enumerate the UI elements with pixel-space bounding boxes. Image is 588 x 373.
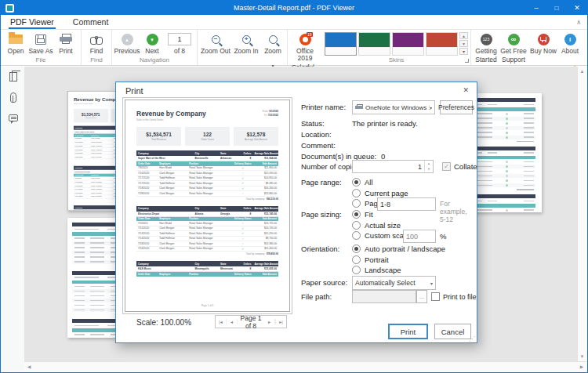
range-all-radio[interactable]: All	[352, 178, 373, 186]
page-range-label: Page range:	[301, 178, 342, 186]
zoom-dropdown-button[interactable]: Zoom	[261, 31, 285, 71]
comments-panel-button[interactable]	[2, 107, 24, 128]
pages-input[interactable]	[377, 197, 436, 211]
dialog-launcher-icon[interactable]	[465, 59, 469, 63]
location-label: Location:	[301, 130, 332, 139]
next-button[interactable]: Next	[140, 31, 165, 55]
employee-cell: Clark Morgan	[90, 156, 113, 158]
vertical-scrollbar[interactable]	[577, 67, 586, 361]
sale-amount-cell: $8,285.00	[257, 182, 278, 185]
employee-cell: Harv Mudd	[90, 137, 113, 139]
collapse-ribbon-button[interactable]	[576, 19, 581, 26]
scroll-right-icon[interactable]	[577, 362, 586, 371]
range-current-radio[interactable]: Current page	[352, 189, 408, 197]
position-cell: Retail Sales Manager	[187, 182, 228, 185]
sizing-fit-radio[interactable]: Fit	[352, 210, 373, 219]
spinner-up-icon: ▴	[424, 161, 433, 166]
check-icon: ✓	[241, 166, 244, 170]
skin-swatch-purple[interactable]	[392, 32, 424, 56]
save-as-button[interactable]: Save As	[28, 31, 53, 55]
order-date-cell: 7/13/2020	[136, 232, 158, 235]
column-header: Company	[136, 152, 193, 155]
order-date-cell: 7/17/2020	[74, 148, 90, 150]
print-confirm-button[interactable]: Print	[388, 324, 428, 339]
skin-dropdown-button[interactable]: 19 Office 2019 Colorful	[290, 31, 320, 71]
printer-select[interactable]: OneNote for Windows 10	[352, 100, 435, 114]
collate-checkbox[interactable]: Collate	[442, 162, 477, 171]
getting-started-button[interactable]: 123 Getting Started	[474, 31, 499, 64]
orient-auto-radio[interactable]: Auto portrait / landscape	[352, 244, 445, 253]
check-icon: ✓	[241, 176, 244, 180]
copies-input[interactable]	[352, 160, 434, 173]
zoom-out-button[interactable]: Zoom Out	[200, 31, 231, 55]
last-page-button[interactable]	[275, 319, 286, 324]
total-value: $78,850.00	[267, 252, 278, 255]
custom-scale-input[interactable]	[403, 230, 436, 243]
radio-icon	[352, 266, 361, 274]
previous-button[interactable]: Previous	[114, 31, 140, 55]
gallery-up-button[interactable]	[459, 32, 468, 39]
previous-page-icon	[230, 320, 233, 324]
employee-cell: Todd Hoffman	[158, 176, 187, 179]
gallery-expand-button[interactable]	[459, 48, 468, 55]
print-button[interactable]: Print	[53, 31, 78, 55]
file-path-input[interactable]	[352, 290, 416, 303]
get-free-support-button[interactable]: Get Free Support	[499, 31, 528, 64]
detail-column-header: Order Date	[136, 217, 158, 220]
order-date-cell: 7/11/2020	[136, 226, 158, 230]
scroll-up-icon[interactable]	[578, 67, 586, 76]
previous-page-button[interactable]	[227, 319, 238, 324]
ribbon: Open Save As Print File Find F	[1, 30, 587, 66]
company-cell: $11,564.00	[252, 157, 278, 160]
skin-swatch-blue[interactable]	[325, 32, 357, 56]
resize-grip-icon[interactable]	[469, 335, 475, 342]
detail-column-header: Delivery Status	[229, 162, 257, 165]
radio-selected-icon	[352, 178, 361, 186]
sizing-actual-radio[interactable]: Actual size	[352, 221, 401, 230]
employee-cell: Harv Mudd	[158, 166, 187, 169]
scroll-left-icon[interactable]	[24, 362, 34, 371]
detail-column-header: Position	[187, 273, 228, 276]
spinner-down-icon: ▾	[424, 166, 433, 172]
buy-now-button[interactable]: Buy Now	[528, 31, 558, 55]
radio-icon	[352, 255, 361, 264]
orientation-label: Orientation:	[301, 244, 339, 253]
position-cell: Retail Sales Manager	[187, 247, 228, 250]
about-button[interactable]: i About	[558, 31, 582, 55]
thumbnails-panel-button[interactable]	[2, 67, 24, 87]
chevron-up-icon	[576, 19, 581, 26]
company-block: CompanyCityStateOrdersAverage Sale Amoun…	[136, 150, 278, 201]
cancel-button[interactable]: Cancel	[434, 324, 471, 339]
orient-portrait-radio[interactable]: Portrait	[352, 255, 389, 264]
employee-cell: Clark Morgan	[158, 226, 187, 230]
scroll-down-icon[interactable]	[578, 352, 586, 361]
browse-button[interactable]: ...	[416, 290, 427, 303]
page-number-input[interactable]	[168, 33, 191, 45]
gallery-down-button[interactable]	[459, 40, 468, 47]
attachments-panel-button[interactable]	[2, 87, 24, 107]
order-date-cell: 7/28/2020	[74, 156, 90, 158]
detail-column-header: Employee	[90, 174, 113, 176]
print-to-file-checkbox[interactable]: Print to file	[431, 292, 477, 301]
skin-swatch-red[interactable]	[426, 32, 458, 56]
open-button[interactable]: Open	[3, 31, 28, 55]
copies-spinner[interactable]: ▴▾	[424, 161, 433, 172]
next-page-button[interactable]	[264, 319, 275, 324]
horizontal-scrollbar[interactable]	[24, 361, 586, 371]
detail-column-header: Sale Amount	[257, 162, 278, 165]
company-cell: Arkansas	[219, 157, 240, 160]
report-page-footer: Page 1 of 8	[125, 304, 289, 307]
preferences-button[interactable]: Preferences	[440, 100, 473, 114]
total-value: $92,510.00	[267, 197, 278, 201]
skin-swatch-green[interactable]	[358, 32, 390, 56]
orient-landscape-radio[interactable]: Landscape	[352, 266, 401, 274]
paper-source-select[interactable]: Automatically Select	[352, 276, 436, 290]
group-caption-file: File	[3, 56, 78, 65]
find-button[interactable]: Find	[84, 31, 109, 55]
next-icon	[147, 34, 158, 45]
tab-comment[interactable]: Comment	[64, 15, 118, 29]
zoom-in-button[interactable]: Zoom In	[231, 31, 261, 55]
position-cell: Retail Sales Manager	[187, 186, 228, 190]
tab-pdf-viewer[interactable]: PDF Viewer	[1, 15, 64, 29]
first-page-button[interactable]	[216, 319, 227, 324]
